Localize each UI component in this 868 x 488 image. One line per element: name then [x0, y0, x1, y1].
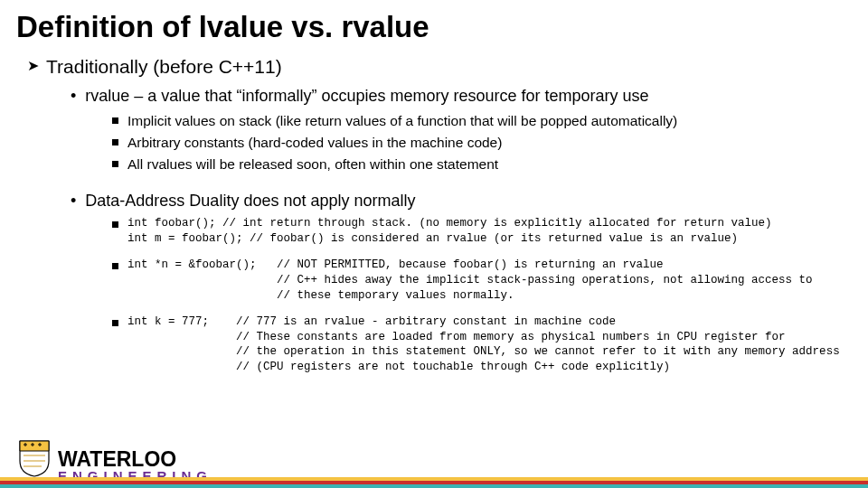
logo-top-text: WATERLOO — [58, 449, 212, 470]
code-example-1: int foobar(); // int return through stac… — [112, 216, 852, 247]
bullet-lvl3-released-soon: All rvalues will be released soon, often… — [112, 155, 852, 174]
bullet-lvl3-arbitrary-constants: Arbitrary constants (hard-coded values i… — [112, 134, 852, 153]
square-icon — [112, 139, 118, 145]
square-icon — [112, 221, 118, 228]
bullet-text: Arbitrary constants (hard-coded values i… — [127, 134, 502, 153]
bullet-lvl2-rvalue-definition: • rvalue – a value that “informally” occ… — [71, 87, 852, 107]
bullet-text: Implicit values on stack (like return va… — [127, 112, 677, 131]
stripe-cyan — [0, 484, 868, 488]
bullet-text: rvalue – a value that “informally” occup… — [85, 87, 648, 106]
square-icon — [112, 320, 118, 326]
bullet-lvl1-traditionally: ➤ Traditionally (before C++11) — [27, 56, 852, 78]
chevron-icon: ➤ — [27, 56, 39, 76]
code-example-2: int *n = &foobar(); // NOT PERMITTED, be… — [112, 258, 852, 304]
slide-title: Definition of lvalue vs. rvalue — [16, 11, 852, 43]
footer-stripes — [0, 477, 868, 488]
bullet-lvl3-implicit-stack: Implicit values on stack (like return va… — [112, 112, 852, 131]
bullet-dot-icon: • — [71, 192, 76, 211]
square-icon — [112, 117, 118, 124]
square-icon — [112, 263, 118, 269]
code-text: int *n = &foobar(); // NOT PERMITTED, be… — [127, 258, 813, 304]
footer: WATERLOO ENGINEERING — [0, 432, 868, 488]
code-example-3: int k = 777; // 777 is an rvalue - arbit… — [112, 314, 852, 376]
bullet-text: Traditionally (before C++11) — [46, 56, 282, 78]
code-text: int k = 777; // 777 is an rvalue - arbit… — [127, 314, 840, 376]
slide: Definition of lvalue vs. rvalue ➤ Tradit… — [0, 0, 868, 488]
waterloo-crest-icon — [18, 439, 51, 477]
bullet-text: All rvalues will be released soon, often… — [127, 155, 498, 174]
bullet-lvl2-data-address-duality: • Data-Address Duality does not apply no… — [71, 192, 852, 211]
bullet-text: Data-Address Duality does not apply norm… — [85, 192, 415, 211]
square-icon — [112, 161, 118, 167]
code-text: int foobar(); // int return through stac… — [127, 216, 772, 247]
bullet-dot-icon: • — [71, 87, 76, 107]
